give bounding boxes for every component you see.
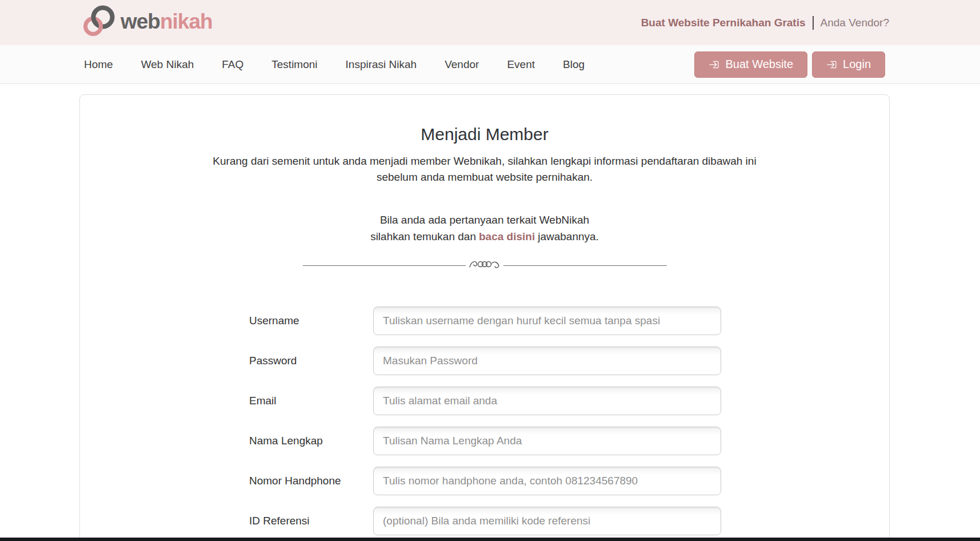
logo-text-nikah: nikah bbox=[160, 10, 213, 33]
nav-item-web-nikah[interactable]: Web Nikah bbox=[141, 58, 194, 71]
question-line-2: silahkan temukan danbaca disinijawabanny… bbox=[80, 228, 889, 245]
header-links-divider bbox=[813, 16, 814, 30]
form-row-id-referensi: ID Referensi bbox=[249, 507, 889, 535]
nomor-handphone-label: Nomor Handphone bbox=[249, 475, 373, 487]
nomor-handphone-input[interactable] bbox=[373, 467, 721, 495]
login-button-label: Login bbox=[843, 58, 871, 71]
header-links: Buat Website Pernikahan Gratis Anda Vend… bbox=[641, 16, 889, 30]
password-label: Password bbox=[249, 355, 373, 367]
nav-item-home[interactable]: Home bbox=[84, 58, 113, 71]
logo-wordmark: webnikah bbox=[121, 11, 213, 34]
question-text: Bila anda ada pertanyaan terkait WebNika… bbox=[80, 212, 889, 245]
box-arrow-in-right-icon bbox=[709, 59, 720, 70]
box-arrow-in-right-icon bbox=[826, 59, 838, 70]
nav-links: Home Web Nikah FAQ Testimoni Inspirasi N… bbox=[84, 58, 585, 71]
webnikah-logo[interactable]: webnikah bbox=[81, 5, 213, 41]
nav-item-inspirasi-nikah[interactable]: Inspirasi Nikah bbox=[346, 58, 417, 71]
login-button[interactable]: Login bbox=[812, 51, 885, 78]
form-row-username: Username bbox=[249, 307, 889, 335]
logo-text-web: web bbox=[121, 10, 160, 33]
ornamental-divider bbox=[303, 257, 667, 270]
id-referensi-input[interactable] bbox=[373, 507, 721, 535]
email-input[interactable] bbox=[373, 387, 721, 415]
nav-action-buttons: Buat Website Login bbox=[694, 51, 885, 78]
flourish-ornament-icon bbox=[466, 258, 503, 273]
nav-item-event[interactable]: Event bbox=[507, 58, 535, 71]
nama-lengkap-label: Nama Lengkap bbox=[249, 435, 373, 447]
question-line-2-after: jawabannya. bbox=[538, 230, 599, 242]
buat-website-button-label: Buat Website bbox=[725, 58, 793, 71]
page-title: Menjadi Member bbox=[80, 125, 889, 144]
baca-disini-link[interactable]: baca disini bbox=[479, 230, 535, 242]
register-form: Username Password Email Nama Lengkap Nom… bbox=[80, 307, 889, 541]
top-header: webnikah Buat Website Pernikahan Gratis … bbox=[0, 0, 980, 45]
username-label: Username bbox=[249, 315, 373, 327]
nama-lengkap-input[interactable] bbox=[373, 427, 721, 455]
nav-item-testimoni[interactable]: Testimoni bbox=[271, 58, 317, 71]
main-navbar: Home Web Nikah FAQ Testimoni Inspirasi N… bbox=[0, 45, 980, 84]
nav-item-blog[interactable]: Blog bbox=[563, 58, 585, 71]
form-row-nama-lengkap: Nama Lengkap bbox=[249, 427, 889, 455]
register-card: Menjadi Member Kurang dari semenit untuk… bbox=[79, 94, 890, 541]
buat-website-button[interactable]: Buat Website bbox=[694, 51, 807, 78]
wedding-rings-icon bbox=[81, 5, 117, 41]
buat-website-gratis-link[interactable]: Buat Website Pernikahan Gratis bbox=[641, 17, 806, 29]
nav-item-vendor[interactable]: Vendor bbox=[445, 58, 479, 71]
question-line-1: Bila anda ada pertanyaan terkait WebNika… bbox=[80, 212, 889, 228]
anda-vendor-link[interactable]: Anda Vendor? bbox=[821, 17, 889, 29]
form-row-email: Email bbox=[249, 387, 889, 415]
nav-item-faq[interactable]: FAQ bbox=[222, 58, 243, 71]
form-row-nomor-handphone: Nomor Handphone bbox=[249, 467, 889, 495]
intro-text: Kurang dari semenit untuk anda menjadi m… bbox=[205, 153, 765, 185]
form-row-password: Password bbox=[249, 347, 889, 375]
question-line-2-before: silahkan temukan dan bbox=[370, 230, 476, 242]
username-input[interactable] bbox=[373, 307, 721, 335]
email-label: Email bbox=[249, 395, 373, 407]
id-referensi-label: ID Referensi bbox=[249, 515, 373, 527]
password-input[interactable] bbox=[373, 347, 721, 375]
bottom-bar bbox=[0, 538, 980, 541]
